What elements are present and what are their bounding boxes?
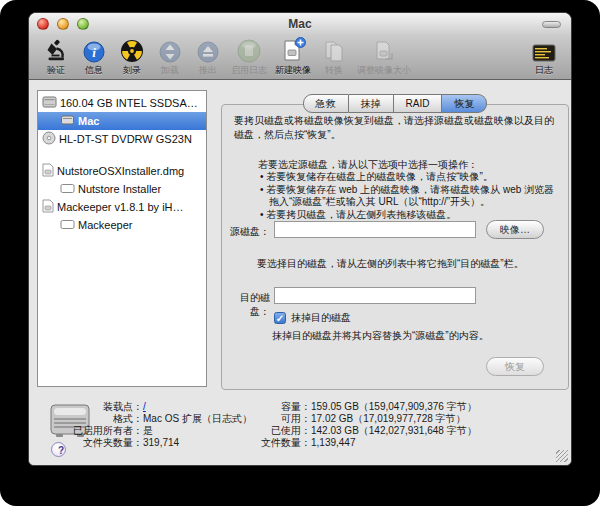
title-bar[interactable]: Mac (29, 13, 571, 35)
verify-button[interactable]: 验证 (41, 36, 71, 77)
convert-label: 转换 (325, 64, 343, 77)
device-sidebar: 160.04 GB INTEL SSDSA… Mac HL-DT-ST DVDR… (37, 90, 207, 387)
option-item: 若要恢复储存在磁盘上的磁盘映像，请点按“映像”。 (260, 171, 560, 184)
resize-image-button: 调整映像大小 (357, 36, 411, 77)
toolbar-toggle-button[interactable] (542, 21, 561, 28)
restore-intro-text: 要拷贝磁盘或将磁盘映像恢复到磁盘，请选择源磁盘或磁盘映像以及目的磁盘，然后点按“… (234, 114, 562, 142)
tab-first-aid[interactable]: 急救 (303, 94, 349, 113)
internal-disk-icon (42, 96, 57, 110)
help-button[interactable]: ? (51, 442, 66, 457)
screenshot-canvas: Mac 验证 i 信息 刻录 (0, 0, 600, 506)
format-label: 格式： (69, 413, 143, 425)
eject-icon (197, 36, 219, 63)
owners-enabled-value: 是 (143, 425, 153, 437)
destination-disk-label: 目的磁盘： (222, 291, 270, 319)
resize-image-label: 调整映像大小 (357, 64, 411, 77)
unmount-icon (159, 36, 181, 63)
tab-restore[interactable]: 恢复 (442, 94, 487, 113)
capacity-label: 容量： (257, 401, 311, 413)
sidebar-item-label: Mackeeper (78, 219, 132, 231)
content-area: 160.04 GB INTEL SSDSA… Mac HL-DT-ST DVDR… (29, 81, 571, 465)
info-column-right: 容量： 159.05 GB（159,047,909,376 字节） 可用： 17… (257, 401, 477, 449)
microscope-icon (44, 36, 68, 63)
new-image-label: 新建映像 (275, 64, 311, 77)
minimize-button[interactable] (57, 18, 69, 30)
info-button[interactable]: i 信息 (79, 36, 109, 77)
enable-journaling-button: 启用日志 (231, 36, 267, 77)
close-button[interactable] (37, 18, 49, 30)
sidebar-item-mackeeper-volume[interactable]: Mackeeper (38, 216, 206, 234)
info-row: 已启用所有者： 是 (69, 425, 252, 437)
resize-grip[interactable] (556, 450, 568, 462)
source-disk-input[interactable] (274, 221, 476, 238)
new-image-button[interactable]: 新建映像 (275, 36, 311, 77)
info-row: 可用： 17.02 GB（17,019,977,728 字节） (257, 413, 477, 425)
sidebar-separator (38, 148, 206, 162)
new-image-icon (280, 36, 306, 63)
available-value: 17.02 GB（17,019,977,728 字节） (311, 413, 466, 425)
info-row: 装载点： / (69, 401, 252, 413)
sidebar-item-label: Mac (78, 115, 99, 127)
folder-count-value: 319,714 (143, 437, 179, 449)
disk-image-icon (42, 163, 54, 179)
source-options-list: 若要恢复储存在磁盘上的磁盘映像，请点按“映像”。 若要恢复储存在 web 上的磁… (260, 171, 560, 221)
sidebar-item-label: Mackeeper v1.8.1 by iH… (57, 201, 184, 213)
erase-destination-label: 抹掉目的磁盘 (291, 311, 351, 325)
zoom-button[interactable] (77, 18, 89, 30)
mount-point-label: 装载点： (69, 401, 143, 413)
info-row: 容量： 159.05 GB（159,047,909,376 字节） (257, 401, 477, 413)
capacity-value: 159.05 GB（159,047,909,376 字节） (311, 401, 477, 413)
checkbox-checked-icon[interactable]: ✓ (274, 312, 286, 324)
info-label: 信息 (85, 64, 103, 77)
verify-label: 验证 (47, 64, 65, 77)
unmount-button: 卸载 (155, 36, 185, 77)
burn-button[interactable]: 刻录 (117, 36, 147, 77)
window-title: Mac (29, 13, 571, 35)
info-row: 文件夹数量： 319,714 (69, 437, 252, 449)
destination-disk-input[interactable] (274, 287, 476, 304)
optical-disc-icon (42, 131, 56, 147)
burn-icon (120, 36, 144, 63)
info-column-left: 装载点： / 格式： Mac OS 扩展（日志式） 已启用所有者： 是 文件夹数… (69, 401, 252, 449)
sidebar-item-label: 160.04 GB INTEL SSDSA… (60, 97, 198, 109)
erase-destination-checkbox-row[interactable]: ✓ 抹掉目的磁盘 (274, 311, 351, 325)
volume-icon (60, 114, 75, 128)
source-options-title: 若要选定源磁盘，请从以下选项中选择一项操作： (258, 158, 478, 172)
sidebar-item-label: HL-DT-ST DVDRW GS23N (59, 133, 192, 145)
sidebar-item-label: NutstoreOSXInstaller.dmg (57, 165, 184, 177)
log-button[interactable]: 日志 (529, 36, 559, 77)
sidebar-item-mackeeper-dmg[interactable]: Mackeeper v1.8.1 by iH… (38, 198, 206, 216)
image-button[interactable]: 映像… (486, 220, 544, 239)
eject-button: 推出 (193, 36, 223, 77)
toolbar: 验证 i 信息 刻录 卸载 (29, 35, 571, 80)
journaling-icon (237, 36, 261, 63)
erase-note-text: 抹掉目的磁盘并将其内容替换为“源磁盘”的内容。 (272, 329, 489, 343)
mounted-image-icon (60, 183, 75, 196)
tab-raid[interactable]: RAID (394, 94, 443, 113)
restore-pane: 要拷贝磁盘或将磁盘映像恢复到磁盘，请选择源磁盘或磁盘映像以及目的磁盘，然后点按“… (221, 104, 569, 390)
source-disk-label: 源磁盘： (222, 225, 270, 239)
destination-hint-text: 要选择目的磁盘，请从左侧的列表中将它拖到“目的磁盘”栏。 (257, 257, 524, 271)
info-row: 已使用： 142.03 GB（142,027,931,648 字节） (257, 425, 477, 437)
sidebar-item-internal-disk[interactable]: 160.04 GB INTEL SSDSA… (38, 94, 206, 112)
log-icon (532, 36, 556, 63)
sidebar-item-mac-volume[interactable]: Mac (38, 112, 206, 130)
sidebar-item-optical-drive[interactable]: HL-DT-ST DVDRW GS23N (38, 130, 206, 148)
burn-label: 刻录 (123, 64, 141, 77)
sidebar-item-nutstore-dmg[interactable]: NutstoreOSXInstaller.dmg (38, 162, 206, 180)
traffic-lights (37, 18, 89, 30)
file-count-label: 文件数量： (257, 437, 311, 449)
sidebar-item-nutstore-volume[interactable]: Nutstore Installer (38, 180, 206, 198)
info-icon: i (83, 36, 105, 63)
eject-label: 推出 (199, 64, 217, 77)
tab-erase[interactable]: 抹掉 (349, 94, 394, 113)
convert-button: 转换 (319, 36, 349, 77)
tab-bar: 急救 抹掉 RAID 恢复 (221, 94, 569, 113)
sidebar-item-label: Nutstore Installer (78, 183, 161, 195)
convert-icon (322, 36, 346, 63)
restore-button[interactable]: 恢复 (486, 357, 544, 376)
mount-point-link[interactable]: / (143, 401, 146, 413)
enable-journaling-label: 启用日志 (231, 64, 267, 77)
disk-image-icon (42, 199, 54, 215)
volume-info-panel: ? 装载点： / 格式： Mac OS 扩展（日志式） 已启用所有者： 是 (29, 390, 571, 465)
